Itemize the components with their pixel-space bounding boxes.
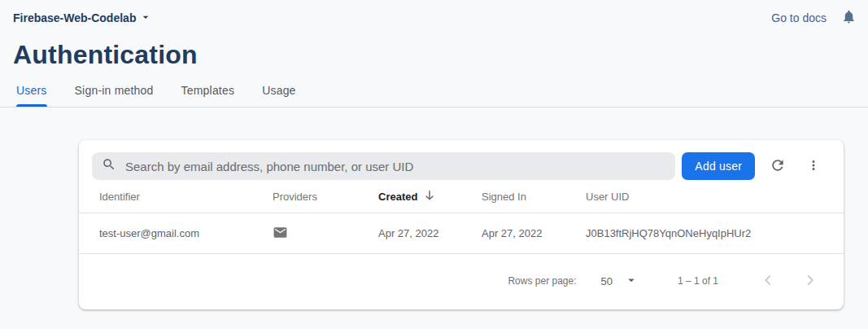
toolbar: Add user bbox=[79, 140, 844, 180]
tabs-divider bbox=[0, 107, 868, 107]
column-header-identifier[interactable]: Identifier bbox=[99, 191, 273, 203]
users-card: Add user Identifier Providers Created Si… bbox=[79, 140, 844, 309]
tab-usage[interactable]: Usage bbox=[262, 84, 295, 107]
overflow-menu-button[interactable] bbox=[805, 156, 822, 177]
arrow-down-icon bbox=[425, 190, 434, 203]
page-title: Authentication bbox=[13, 39, 868, 70]
rows-per-page-value[interactable]: 50 bbox=[600, 275, 612, 287]
cell-user-uid: J0B13ftRjHQ78YqnONeHyqIpHUr2 bbox=[586, 227, 831, 239]
cell-created: Apr 27, 2022 bbox=[378, 227, 482, 239]
refresh-icon bbox=[770, 157, 786, 176]
search-icon bbox=[102, 157, 116, 175]
chevron-left-icon bbox=[759, 271, 777, 292]
tab-sign-in-method[interactable]: Sign-in method bbox=[75, 84, 154, 107]
email-provider-icon bbox=[273, 230, 288, 243]
notifications-button[interactable] bbox=[841, 9, 857, 27]
topbar: Firebase-Web-Codelab Go to docs bbox=[0, 0, 868, 36]
column-header-created-label: Created bbox=[378, 191, 417, 203]
add-user-button[interactable]: Add user bbox=[682, 152, 755, 180]
search-box bbox=[92, 152, 675, 180]
bell-icon bbox=[841, 9, 857, 27]
next-page-button[interactable] bbox=[801, 271, 819, 292]
rows-per-page-label: Rows per page: bbox=[508, 275, 576, 287]
caret-down-icon bbox=[139, 11, 152, 26]
chevron-right-icon bbox=[801, 271, 819, 292]
tab-templates[interactable]: Templates bbox=[181, 84, 235, 107]
cell-identifier: test-user@gmail.com bbox=[99, 227, 273, 239]
cell-providers bbox=[273, 225, 378, 243]
topbar-right: Go to docs bbox=[771, 9, 857, 27]
tab-bar: Users Sign-in method Templates Usage bbox=[0, 70, 868, 107]
project-switcher[interactable]: Firebase-Web-Codelab bbox=[13, 11, 152, 26]
column-header-signed-in[interactable]: Signed In bbox=[482, 191, 586, 203]
caret-down-icon bbox=[624, 273, 639, 290]
tab-users[interactable]: Users bbox=[16, 84, 47, 107]
table-footer: Rows per page: 50 1 – 1 of 1 bbox=[79, 254, 844, 308]
column-header-user-uid[interactable]: User UID bbox=[586, 191, 831, 203]
go-to-docs-link[interactable]: Go to docs bbox=[771, 11, 827, 24]
cell-signed-in: Apr 27, 2022 bbox=[482, 227, 586, 239]
table-row[interactable]: test-user@gmail.com Apr 27, 2022 Apr 27,… bbox=[79, 213, 844, 254]
table-header-row: Identifier Providers Created Signed In U… bbox=[79, 180, 844, 213]
kebab-menu-icon bbox=[806, 158, 821, 175]
column-header-providers[interactable]: Providers bbox=[273, 191, 378, 203]
column-header-created[interactable]: Created bbox=[378, 190, 482, 203]
refresh-button[interactable] bbox=[768, 156, 787, 178]
search-input[interactable] bbox=[125, 160, 665, 173]
pagination-range: 1 – 1 of 1 bbox=[678, 275, 718, 287]
project-name: Firebase-Web-Codelab bbox=[13, 11, 136, 24]
rows-per-page-dropdown[interactable] bbox=[624, 273, 639, 290]
previous-page-button[interactable] bbox=[759, 271, 777, 292]
